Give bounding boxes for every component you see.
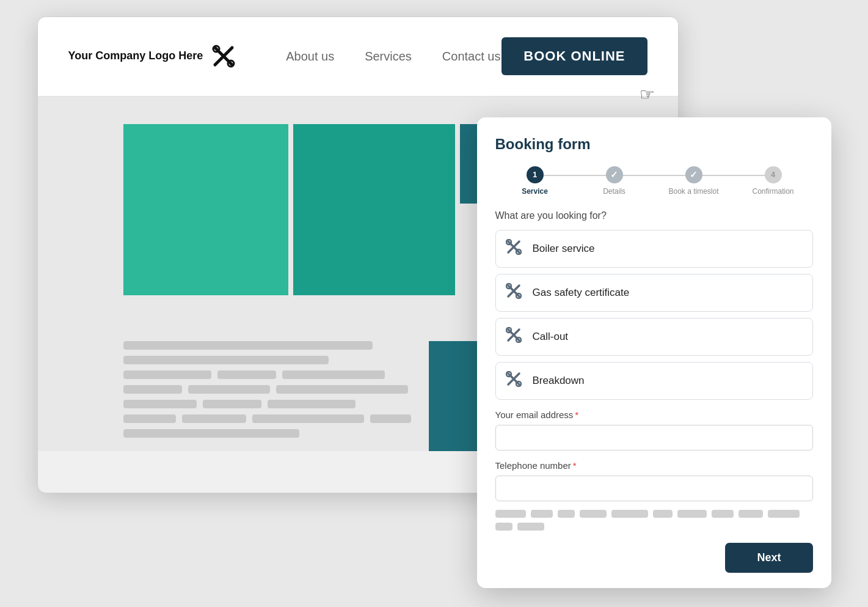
skeleton-chip — [495, 523, 512, 531]
skeleton-chip — [739, 510, 763, 518]
step-label-3: Book a timeslot — [668, 187, 718, 196]
logo-area: Your Company Logo Here — [68, 43, 238, 70]
nav-contact[interactable]: Contact us — [442, 50, 501, 64]
text-line — [123, 385, 182, 394]
logo-text: Your Company Logo Here — [68, 49, 203, 63]
service-option-callout[interactable]: Call-out — [495, 318, 813, 356]
step-label-4: Confirmation — [752, 187, 793, 196]
form-title: Booking form — [495, 136, 813, 153]
step-circle-1: 1 — [527, 166, 544, 183]
nav-services[interactable]: Services — [365, 50, 412, 64]
text-line — [203, 400, 261, 408]
text-line — [123, 429, 299, 438]
step-label-2: Details — [603, 187, 625, 196]
service-icon-boiler — [506, 239, 523, 259]
step-2: ✓ Details — [575, 166, 654, 196]
email-label: Your email address* — [495, 410, 813, 420]
text-lines-area — [123, 341, 417, 451]
service-icon-gas — [506, 283, 523, 303]
text-line — [123, 341, 373, 350]
text-line — [123, 356, 329, 364]
cursor-icon: ☞ — [640, 84, 655, 105]
steps-indicator: 1 Service ✓ Details ✓ Book a timeslot 4 … — [495, 166, 813, 196]
step-circle-3: ✓ — [685, 166, 702, 183]
step-4: 4 Confirmation — [734, 166, 813, 196]
skeleton-chip — [712, 510, 734, 518]
navbar: Your Company Logo Here About us Services… — [38, 17, 678, 97]
phone-label: Telephone number* — [495, 460, 813, 471]
email-required-star: * — [575, 410, 578, 420]
service-label-boiler: Boiler service — [533, 243, 595, 255]
skeleton-chip — [495, 510, 526, 518]
service-icon-breakdown — [506, 371, 523, 391]
skeleton-chip — [611, 510, 648, 518]
hero-block-2 — [293, 124, 455, 295]
service-option-boiler[interactable]: Boiler service — [495, 230, 813, 268]
text-line — [123, 400, 197, 408]
hero-block-1 — [123, 124, 288, 295]
text-line — [276, 385, 408, 394]
service-label-callout: Call-out — [533, 331, 569, 343]
text-line — [217, 370, 276, 379]
booking-form: Booking form 1 Service ✓ Details ✓ Book … — [477, 117, 831, 588]
phone-input[interactable] — [495, 476, 813, 501]
service-label-breakdown: Breakdown — [533, 375, 585, 387]
bottom-skeleton — [495, 510, 813, 531]
nav-about[interactable]: About us — [286, 50, 334, 64]
skeleton-chip — [580, 510, 607, 518]
step-circle-4: 4 — [765, 166, 782, 183]
next-button[interactable]: Next — [725, 543, 812, 573]
text-line — [123, 370, 211, 379]
step-label-1: Service — [522, 187, 548, 196]
step-circle-2: ✓ — [606, 166, 623, 183]
question-label: What are you looking for? — [495, 210, 813, 221]
service-label-gas: Gas safety certificate — [533, 287, 630, 299]
text-line — [123, 414, 176, 423]
step-1: 1 Service — [495, 166, 575, 196]
step-3: ✓ Book a timeslot — [654, 166, 734, 196]
skeleton-chip — [531, 510, 553, 518]
phone-required-star: * — [573, 460, 577, 471]
text-line — [252, 414, 363, 423]
book-online-button[interactable]: BOOK ONLINE — [501, 37, 647, 75]
next-button-row: Next — [495, 543, 813, 573]
skeleton-chip — [517, 523, 544, 531]
skeleton-chip — [677, 510, 707, 518]
email-input[interactable] — [495, 425, 813, 451]
skeleton-chip — [768, 510, 800, 518]
text-line — [188, 385, 270, 394]
skeleton-chip — [653, 510, 673, 518]
service-option-gas[interactable]: Gas safety certificate — [495, 274, 813, 312]
text-line — [282, 370, 385, 379]
service-option-breakdown[interactable]: Breakdown — [495, 362, 813, 400]
text-line — [182, 414, 247, 423]
text-line — [268, 400, 356, 408]
text-line — [370, 414, 411, 423]
service-icon-callout — [506, 327, 523, 347]
skeleton-chip — [558, 510, 575, 518]
nav-links: About us Services Contact us — [286, 50, 500, 64]
logo-tools-icon — [210, 43, 237, 70]
